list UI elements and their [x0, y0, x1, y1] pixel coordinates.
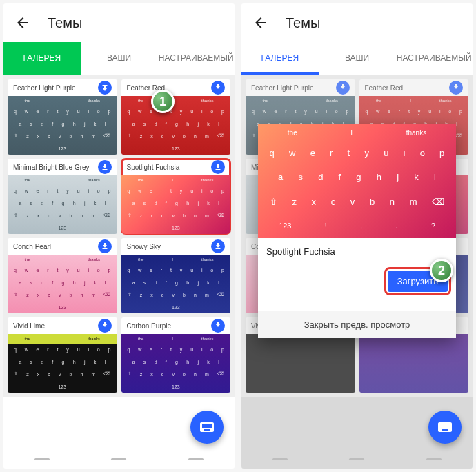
theme-grid: Feather Light Purple theIthanksqwertyuio…	[3, 75, 235, 397]
theme-name: Vivid Lime	[13, 322, 45, 330]
tab-custom[interactable]: НАСТРАИВАЕМЫЙ	[395, 42, 473, 75]
tabs: ГАЛЕРЕЯ ВАШИ НАСТРАИВАЕМЫЙ	[3, 42, 235, 75]
download-icon[interactable]	[211, 319, 225, 333]
theme-name: Feather Red	[365, 84, 404, 92]
keyboard-fab[interactable]	[190, 411, 224, 444]
tab-yours[interactable]: ВАШИ	[81, 42, 158, 75]
header: Темы	[3, 3, 235, 42]
download-icon[interactable]	[211, 239, 225, 253]
download-icon[interactable]	[98, 81, 112, 95]
modal-keyboard-preview: theIthanks qwertyuiop asdfghjkl ⇧zxcvbnm…	[258, 124, 456, 238]
theme-preview-modal: theIthanks qwertyuiop asdfghjkl ⇧zxcvbnm…	[258, 124, 456, 338]
page-title: Темы	[48, 15, 82, 31]
keyboard-preview	[359, 334, 469, 393]
theme-card[interactable]: Minimal Bright Blue Grey theIthanksqwert…	[8, 159, 117, 234]
download-icon[interactable]	[211, 81, 225, 95]
keyboard-preview: theIthanksqwertyuiopasdfghjkl⇧zxcvbnm⌫12…	[121, 255, 231, 313]
theme-name: Feather Light Purple	[251, 84, 314, 92]
keyboard-preview: theIthanksqwertyuiopasdfghjkl⇧zxcvbnm⌫12…	[8, 175, 117, 234]
theme-card[interactable]: Feather Light Purple theIthanksqwertyuio…	[8, 79, 117, 155]
tab-gallery[interactable]: ГАЛЕРЕЯ	[3, 42, 81, 75]
theme-name: Minimal Bright Blue Grey	[13, 164, 90, 171]
theme-name: Spotlight Fuchsia	[127, 164, 180, 171]
keyboard-preview: theIthanksqwertyuiopasdfghjkl⇧zxcvbnm⌫12…	[121, 334, 231, 393]
theme-name: Snowy Sky	[127, 243, 161, 250]
modal-theme-name: Spotlight Fuchsia	[258, 238, 456, 265]
download-icon[interactable]	[211, 160, 225, 174]
keyboard-preview	[246, 334, 355, 393]
android-nav	[241, 449, 473, 469]
keyboard-preview: theIthanksqwertyuiopasdfghjkl⇧zxcvbnm⌫12…	[121, 175, 231, 234]
tab-yours[interactable]: ВАШИ	[319, 42, 396, 75]
theme-name: Feather Light Purple	[13, 84, 76, 92]
phone-left: Темы ГАЛЕРЕЯ ВАШИ НАСТРАИВАЕМЫЙ Feather …	[3, 3, 235, 469]
keyboard-preview: theIthanksqwertyuiopasdfghjkl⇧zxcvbnm⌫12…	[8, 255, 117, 313]
keyboard-preview: theIthanksqwertyuiopasdfghjkl⇧zxcvbnm⌫12…	[8, 96, 117, 155]
tab-gallery[interactable]: ГАЛЕРЕЯ	[241, 42, 319, 75]
theme-name: Carbon Purple	[127, 322, 171, 330]
keyboard-preview: theIthanksqwertyuiopasdfghjkl⇧zxcvbnm⌫12…	[121, 96, 231, 155]
download-icon[interactable]	[98, 160, 112, 174]
back-arrow-icon[interactable]	[252, 14, 269, 31]
theme-card-highlighted[interactable]: Spotlight Fuchsia theIthanksqwertyuiopas…	[121, 159, 231, 234]
tabs: ГАЛЕРЕЯ ВАШИ НАСТРАИВАЕМЫЙ	[241, 42, 473, 75]
close-preview-button[interactable]: Закрыть предв. просмотр	[258, 311, 456, 338]
theme-card[interactable]: Snowy Sky theIthanksqwertyuiopasdfghjkl⇧…	[121, 238, 231, 313]
tab-custom[interactable]: НАСТРАИВАЕМЫЙ	[157, 42, 235, 75]
theme-name: Conch Pearl	[13, 243, 51, 250]
back-arrow-icon[interactable]	[14, 14, 31, 31]
keyboard-fab[interactable]	[428, 411, 462, 444]
keyboard-preview: theIthanksqwertyuiopasdfghjkl⇧zxcvbnm⌫12…	[8, 334, 117, 393]
download-icon[interactable]	[336, 81, 350, 95]
header: Темы	[241, 3, 473, 42]
android-nav	[3, 449, 235, 469]
page-title: Темы	[286, 15, 320, 31]
phone-right: Темы ГАЛЕРЕЯ ВАШИ НАСТРАИВАЕМЫЙ Feather …	[241, 3, 473, 469]
download-icon[interactable]	[98, 319, 112, 333]
step-marker-1: 1	[151, 90, 175, 113]
theme-card[interactable]: Vivid Lime theIthanksqwertyuiopasdfghjkl…	[8, 317, 117, 393]
download-icon[interactable]	[449, 81, 463, 95]
theme-card[interactable]: Feather Red theIthanksqwertyuiopasdfghjk…	[121, 79, 231, 155]
download-icon[interactable]	[98, 239, 112, 253]
theme-card[interactable]: Conch Pearl theIthanksqwertyuiopasdfghjk…	[8, 238, 117, 313]
theme-card[interactable]: Carbon Purple theIthanksqwertyuiopasdfgh…	[121, 317, 231, 393]
step-marker-2: 2	[430, 259, 453, 282]
